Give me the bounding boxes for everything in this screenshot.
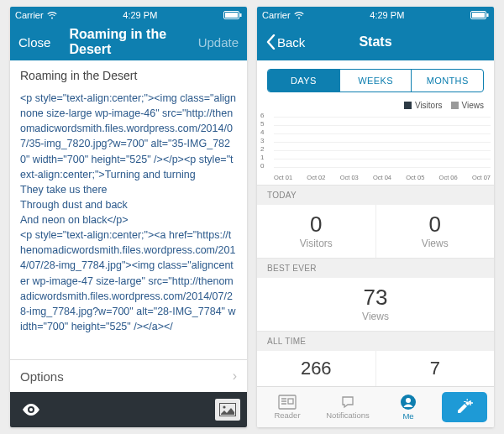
alltime-row: 266 7 bbox=[257, 351, 494, 386]
options-row[interactable]: Options › bbox=[10, 359, 247, 392]
chevron-right-icon: › bbox=[233, 369, 237, 384]
clock: 4:29 PM bbox=[370, 10, 404, 20]
notifications-icon bbox=[340, 395, 355, 410]
wifi-icon bbox=[294, 12, 304, 19]
nav-title: Stats bbox=[359, 34, 391, 50]
legend-visitors: Visitors bbox=[404, 101, 443, 110]
me-icon bbox=[400, 394, 417, 410]
segment-days[interactable]: DAYS bbox=[268, 70, 339, 92]
stats-body: DAYS WEEKS MONTHS Visitors Views 6543210… bbox=[257, 60, 494, 386]
svg-rect-2 bbox=[240, 13, 242, 17]
today-views: 0 Views bbox=[375, 205, 495, 258]
battery-icon bbox=[223, 11, 242, 19]
alltime-visitors: 266 bbox=[257, 351, 375, 386]
carrier-label: Carrier bbox=[262, 10, 291, 20]
battery-icon bbox=[470, 11, 489, 19]
nav-bar: Close Roaming in the Desert Update bbox=[10, 24, 247, 60]
eye-icon bbox=[22, 404, 40, 416]
period-segmented: DAYS WEEKS MONTHS bbox=[267, 69, 484, 92]
best-row: 73 Views bbox=[257, 278, 494, 332]
stats-chart[interactable]: 6543210 Oct 01Oct 02Oct 03Oct 04Oct 05Oc… bbox=[257, 110, 494, 186]
image-icon bbox=[219, 403, 236, 416]
html-editor[interactable]: <p style="text-align:center;"><img class… bbox=[10, 87, 247, 359]
section-today: TODAY bbox=[257, 186, 494, 205]
insert-image-button[interactable] bbox=[215, 399, 240, 421]
back-button[interactable]: Back bbox=[265, 34, 305, 50]
tab-reader[interactable]: Reader bbox=[257, 387, 318, 427]
alltime-views: 7 bbox=[375, 351, 495, 386]
best-views: 73 Views bbox=[257, 278, 494, 331]
svg-rect-1 bbox=[225, 13, 238, 18]
wifi-icon bbox=[47, 12, 57, 19]
section-all: ALL TIME bbox=[257, 332, 494, 351]
chevron-left-icon bbox=[265, 34, 276, 50]
compose-icon bbox=[455, 399, 474, 416]
tab-notifications[interactable]: Notifications bbox=[318, 387, 378, 427]
chart-legend: Visitors Views bbox=[257, 97, 494, 110]
segment-weeks[interactable]: WEEKS bbox=[339, 70, 412, 92]
svg-point-14 bbox=[406, 398, 411, 403]
nav-title: Roaming in the Desert bbox=[70, 27, 188, 57]
svg-rect-7 bbox=[487, 13, 489, 17]
stats-screen: Carrier 4:29 PM Back Stats DAYS WEEKS MO… bbox=[257, 7, 494, 427]
editor-body: Roaming in the Desert <p style="text-ali… bbox=[10, 60, 247, 392]
editor-screen: Carrier 4:29 PM Close Roaming in the Des… bbox=[10, 7, 247, 427]
section-best: BEST EVER bbox=[257, 259, 494, 278]
today-row: 0 Visitors 0 Views bbox=[257, 205, 494, 259]
tab-me[interactable]: Me bbox=[378, 387, 438, 427]
editor-toolbar bbox=[10, 392, 247, 427]
options-label: Options bbox=[20, 369, 64, 384]
legend-views: Views bbox=[451, 101, 485, 110]
carrier-label: Carrier bbox=[15, 10, 44, 20]
clock: 4:29 PM bbox=[123, 10, 157, 20]
reader-icon bbox=[278, 395, 297, 410]
svg-rect-12 bbox=[288, 399, 293, 404]
today-visitors: 0 Visitors bbox=[257, 205, 375, 258]
segment-months[interactable]: MONTHS bbox=[411, 70, 483, 92]
nav-bar: Back Stats bbox=[257, 24, 494, 60]
status-bar: Carrier 4:29 PM bbox=[10, 7, 247, 24]
preview-button[interactable] bbox=[17, 395, 45, 424]
post-title-field[interactable]: Roaming in the Desert bbox=[10, 60, 247, 87]
svg-rect-6 bbox=[472, 13, 485, 18]
close-button[interactable]: Close bbox=[18, 35, 50, 50]
compose-button[interactable] bbox=[442, 392, 487, 422]
tab-bar: Reader Notifications Me bbox=[257, 386, 494, 427]
status-bar: Carrier 4:29 PM bbox=[257, 7, 494, 24]
svg-point-4 bbox=[223, 405, 225, 408]
update-button[interactable]: Update bbox=[198, 35, 239, 50]
back-label: Back bbox=[277, 35, 305, 50]
